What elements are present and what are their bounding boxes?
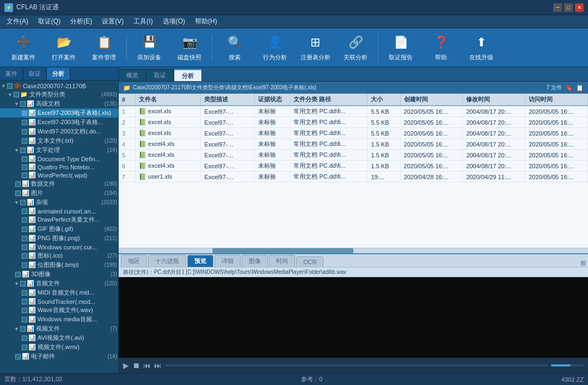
tree-arrow-sound[interactable]: ▼ [14,281,19,286]
toolbar-btn-association[interactable]: 🔗关联分析 [336,30,375,65]
menu-item-evidence[interactable]: 取证(Q) [34,16,65,27]
tree-item-image[interactable]: 📊 图片 (194) [0,188,118,198]
close-button[interactable]: ✕ [575,3,584,12]
table-row[interactable]: 3 📗excel.xls Excel97-… 未标验 常用文档 PC.dd\fi… [119,128,588,139]
tree-checkbox-soundtracker[interactable] [22,299,27,304]
tree-item-avi[interactable]: 📊 AVI视频文件(.avi) [0,333,118,343]
toolbar-btn-add-device[interactable]: 💾添加设备 [130,30,168,65]
table-row[interactable]: 2 📗excel.xls Excel97-… 未标验 常用文档 PC.dd\fi… [119,117,588,128]
tree-item-gif[interactable]: 📊 GIF 图像(.gif) (402) [0,224,118,234]
tree-checkbox-word[interactable] [22,129,27,135]
tree-arrow-case-root[interactable]: ▼ [1,83,6,89]
col-size[interactable]: 大小 [367,94,400,106]
tree-item-word[interactable]: 📊 Word97-2003文档(.do... [0,127,118,136]
toolbar-btn-open-case[interactable]: 📂打开案件 [45,30,83,65]
prev-button[interactable]: ⏮ [143,361,151,370]
menu-item-options[interactable]: 选项(O) [158,16,189,27]
menu-item-help[interactable]: 帮助(H) [191,16,222,27]
toolbar-btn-behavior[interactable]: 👤行为分析 [256,30,294,65]
toolbar-btn-new-case[interactable]: ➕新建案件 [4,30,42,65]
toolbar-btn-search[interactable]: 🔍搜索 [216,30,254,65]
tree-item-email[interactable]: 📊 电子邮件 (14) [0,352,118,361]
tree-checkbox-wordperf[interactable] [22,173,27,178]
tree-checkbox-text-txt[interactable] [22,138,27,144]
bottom-tab-detail[interactable]: 详细 [215,255,241,267]
bottom-tab-hex[interactable]: 地区 [121,255,147,267]
toolbar-btn-registry[interactable]: ⊞注册表分析 [296,30,334,65]
maximize-button[interactable]: □ [564,3,573,12]
tree-item-excel-new[interactable]: 📊 Excel97-2003电子表格... [0,118,118,127]
tree-item-misc[interactable]: ▼ 📊 杂项 (2033) [0,198,118,207]
tree-item-sound[interactable]: ▼ 📊 音频文件 (120) [0,279,118,288]
tree-checkbox-case-root[interactable] [7,83,13,89]
bottom-tab-ocr[interactable]: OCR [296,256,323,267]
tree-item-bmp[interactable]: 📊 位图图像(.bmp) (199) [0,260,118,270]
tree-arrow-file-type[interactable]: ▼ [8,92,13,97]
bottom-tab-image[interactable]: 图像 [242,255,268,267]
tree-item-cursor-cur[interactable]: 📊 Windows cursor(.cur... [0,243,118,251]
tree-checkbox-excel-new[interactable] [22,120,27,125]
tree-arrow-video[interactable]: ▼ [14,326,19,332]
bottom-tab-time[interactable]: 时间 [269,255,295,267]
tree-item-file-type[interactable]: ▼ 📁 文件类型分类 (4993) [0,90,118,99]
toolbar-btn-case-mgmt[interactable]: 📋案件管理 [85,30,123,65]
tree-item-quattro[interactable]: 📊 Quattro Pro Notebo... [0,163,118,171]
progress-bar[interactable] [165,364,548,366]
tree-checkbox-avi[interactable] [22,335,27,341]
menu-item-settings[interactable]: 设置(V) [97,16,128,27]
tree-item-drawperfect[interactable]: 📊 DrawPerfect美量文件... [0,215,118,224]
tree-checkbox-video[interactable] [20,326,26,332]
tree-item-excel-xls[interactable]: 📊 Excel97-2003电子表格(.xls) [0,108,118,118]
tree-area[interactable]: ▼ 💼 Case20200707-21170B ▼ 📁 文件类型分类 (4993… [0,81,118,373]
tree-checkbox-quattro[interactable] [22,164,27,170]
tree-item-cursor-ani[interactable]: 📊 animated cursor(.an... [0,207,118,215]
tree-checkbox-gif[interactable] [22,227,27,232]
tree-item-text-txt[interactable]: 📊 文本文件(.txt) (120) [0,136,118,145]
tree-checkbox-wave[interactable] [22,308,27,313]
bottom-tab-preview[interactable]: 预览 [187,255,213,267]
play-button[interactable]: ▶ [123,361,129,370]
copy-icon[interactable]: 📋 [576,84,584,91]
tree-item-office[interactable]: ▼ 📊 高级文档 (136) [0,99,118,108]
nav-tab-certified[interactable]: 取证 [146,69,174,81]
tree-item-soundtracker[interactable]: 📊 SoundTracker(.mod... [0,297,118,305]
volume-bar[interactable] [551,364,584,366]
tree-checkbox-doc-type[interactable] [22,156,27,162]
tree-checkbox-text-proc[interactable] [20,148,26,153]
tree-arrow-text-proc[interactable]: ▼ [14,148,19,153]
tree-checkbox-misc[interactable] [20,200,26,205]
tree-item-case-root[interactable]: ▼ 💼 Case20200707-21170B [0,82,118,90]
tree-checkbox-sound[interactable] [20,281,26,286]
tree-checkbox-png[interactable] [22,236,27,241]
tree-arrow-misc[interactable]: ▼ [14,200,19,205]
tree-item-ico[interactable]: 📊 图标(.ico) (27) [0,251,118,260]
table-row[interactable]: 7 📗user1.xls Excel97-… 未标验 常用文档 PC.dd\fi… [119,172,588,182]
col-num[interactable]: # [119,94,136,106]
tree-item-png[interactable]: 📊 PNG 图像(.png) (211) [0,234,118,243]
tree-checkbox-wmv[interactable] [22,345,27,350]
tree-item-video[interactable]: ▼ 📊 视频文件 (7) [0,324,118,333]
scroll-thumb[interactable] [212,248,353,253]
tree-item-wordperf[interactable]: 📊 WordPerfect(.wpd) [0,171,118,179]
col-name[interactable]: 文件名 [136,94,201,106]
table-row[interactable]: 1 📗excel.xls Excel97-… 未标验 常用文档 PC.dd\fi… [119,106,588,117]
tree-item-wma[interactable]: 📊 Windows media音频... [0,315,118,324]
tree-item-3d-image[interactable]: 📊 3D图像 (3) [0,270,118,279]
tree-checkbox-cursor-ani[interactable] [22,209,27,214]
tree-checkbox-wma[interactable] [22,317,27,322]
tree-checkbox-email[interactable] [15,354,21,359]
bottom-tab-icon[interactable]: ⊞ [580,259,586,267]
minimize-button[interactable]: ─ [553,3,562,12]
tree-item-doc-type[interactable]: 📊 Document Type Defin... [0,155,118,163]
col-type[interactable]: 类型描述 [201,94,254,106]
bookmark-icon[interactable]: 🔖 [565,84,573,91]
nav-tab-analysis[interactable]: 分析 [174,69,202,81]
tree-checkbox-excel-xls[interactable] [22,111,27,116]
table-row[interactable]: 5 📗excel4.xls Excel97-… 未标验 常用文档 PC.dd\f… [119,150,588,161]
tree-item-wave[interactable]: 📊 Wave音频文件(.wav) [0,305,118,315]
toolbar-btn-upgrade[interactable]: ⬆在线升级 [462,30,500,65]
nav-tab-overview[interactable]: 概览 [119,69,146,81]
tree-item-wmv[interactable]: 📊 视频文件(.wmv) [0,343,118,352]
menu-item-tools[interactable]: 工具(I) [129,16,157,27]
left-tab-case[interactable]: 案件 [0,68,23,80]
